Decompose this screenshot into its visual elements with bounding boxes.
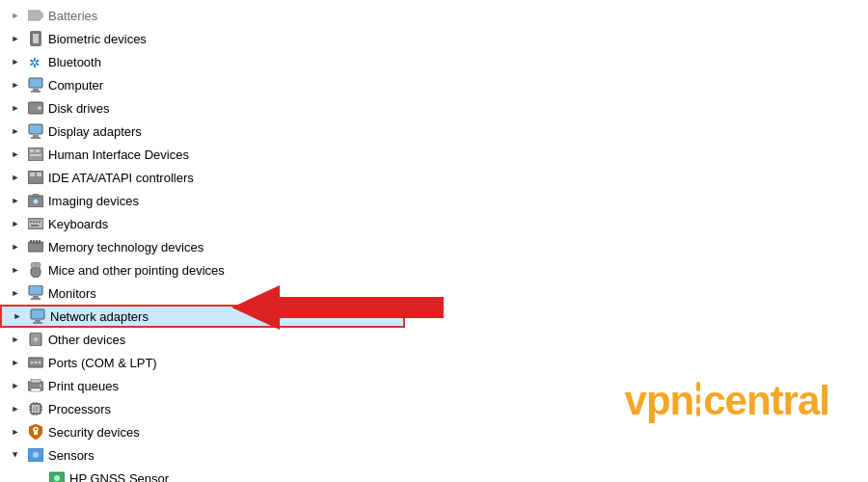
tree-item-processors[interactable]: ► Processors xyxy=(0,397,405,420)
svg-rect-40 xyxy=(31,298,41,300)
tree-item-display-adapters[interactable]: ► Display adapters xyxy=(0,120,405,143)
svg-point-45 xyxy=(34,337,38,341)
tree-item-memory[interactable]: ► Memory technology devices xyxy=(0,235,405,258)
svg-rect-61 xyxy=(29,409,31,411)
icon-print-queues xyxy=(27,377,44,394)
display-adapters-label: Display adapters xyxy=(48,124,142,139)
svg-rect-1 xyxy=(41,13,43,18)
svg-rect-26 xyxy=(33,221,35,223)
svg-rect-27 xyxy=(36,221,38,223)
tree-item-hp-gnss[interactable]: HP GNSS Sensor xyxy=(0,467,405,482)
network-adapters-label: Network adapters xyxy=(50,309,149,324)
svg-rect-29 xyxy=(31,225,39,227)
icon-mice xyxy=(27,261,44,279)
chevron-other: ► xyxy=(8,332,23,347)
security-label: Security devices xyxy=(48,425,140,440)
svg-rect-42 xyxy=(35,320,41,322)
icon-hp-gnss xyxy=(48,469,66,482)
hp-gnss-label: HP GNSS Sensor xyxy=(69,471,169,483)
svg-point-47 xyxy=(31,362,34,364)
icon-processors xyxy=(27,400,44,417)
tree-item-ports[interactable]: ► Ports (COM & LPT) xyxy=(0,351,405,374)
tree-item-bluetooth[interactable]: ► ✲ Bluetooth xyxy=(0,50,405,73)
ports-label: Ports (COM & LPT) xyxy=(48,356,157,370)
batteries-label: Batteries xyxy=(48,9,97,23)
tree-item-hid[interactable]: ► Human Interface Devices xyxy=(0,143,405,166)
device-manager-window: ► Batteries ► Biometric devices ► ✲ Blue… xyxy=(0,0,868,482)
icon-other xyxy=(27,331,44,348)
svg-rect-16 xyxy=(30,154,41,156)
tree-item-batteries[interactable]: ► Batteries xyxy=(0,4,405,27)
chevron-network-adapters: ► xyxy=(10,308,25,324)
svg-rect-43 xyxy=(33,322,42,324)
chevron-display-adapters: ► xyxy=(8,123,23,139)
hid-label: Human Interface Devices xyxy=(48,147,189,162)
icon-bluetooth: ✲ xyxy=(27,53,44,70)
svg-rect-62 xyxy=(41,406,42,408)
svg-rect-63 xyxy=(41,409,42,411)
svg-rect-31 xyxy=(30,240,32,244)
tree-item-sensors[interactable]: ► Sensors xyxy=(0,443,405,467)
monitors-label: Monitors xyxy=(48,286,96,301)
icon-ports xyxy=(27,354,44,371)
bluetooth-label: Bluetooth xyxy=(48,55,101,69)
icon-hid xyxy=(27,146,44,163)
svg-rect-18 xyxy=(30,173,35,176)
chevron-computer: ► xyxy=(8,77,23,93)
vpn-text-vpn: vpn xyxy=(625,378,694,424)
svg-point-22 xyxy=(33,199,39,204)
tree-item-network-adapters[interactable]: ► Network adapters xyxy=(0,305,405,328)
tree-item-security[interactable]: ► Security devices xyxy=(0,420,405,443)
svg-point-48 xyxy=(35,362,38,364)
chevron-mice: ► xyxy=(8,262,23,278)
vpn-brand: vpn central xyxy=(625,378,829,424)
print-queues-label: Print queues xyxy=(48,379,119,393)
svg-rect-60 xyxy=(29,406,31,408)
tree-item-disk-drives[interactable]: ► Disk drives xyxy=(0,96,405,120)
keyboards-label: Keyboards xyxy=(48,217,108,231)
svg-rect-28 xyxy=(39,221,41,223)
tree-item-biometric[interactable]: ► Biometric devices xyxy=(0,27,405,50)
memory-label: Memory technology devices xyxy=(48,240,203,254)
svg-rect-39 xyxy=(33,296,39,298)
icon-disk-drives xyxy=(27,99,44,117)
tree-item-keyboards[interactable]: ► Keyboards xyxy=(0,212,405,235)
tree-item-mice[interactable]: ► Mice and other pointing devices xyxy=(0,258,405,281)
tree-item-monitors[interactable]: ► Monitors xyxy=(0,281,405,305)
chevron-print-queues: ► xyxy=(8,378,23,393)
svg-point-67 xyxy=(33,452,39,458)
svg-rect-15 xyxy=(36,149,40,152)
icon-memory xyxy=(27,238,44,255)
tree-item-ide[interactable]: ► IDE ATA/ATAPI controllers xyxy=(0,166,405,189)
icon-imaging xyxy=(27,192,44,209)
chevron-imaging: ► xyxy=(8,193,23,208)
chevron-hp-gnss xyxy=(35,470,44,482)
svg-rect-34 xyxy=(39,240,41,244)
svg-rect-56 xyxy=(33,402,35,404)
svg-rect-51 xyxy=(31,379,41,383)
mice-label: Mice and other pointing devices xyxy=(48,263,225,278)
svg-rect-21 xyxy=(33,194,39,197)
svg-rect-57 xyxy=(36,402,38,404)
svg-text:✲: ✲ xyxy=(29,56,41,69)
icon-security xyxy=(27,423,44,441)
chevron-biometric: ► xyxy=(8,31,23,46)
imaging-label: Imaging devices xyxy=(48,194,139,208)
tree-item-other[interactable]: ► Other devices xyxy=(0,328,405,351)
svg-point-53 xyxy=(40,385,41,387)
svg-rect-5 xyxy=(29,78,42,88)
disk-drives-label: Disk drives xyxy=(48,101,110,116)
chevron-hid: ► xyxy=(8,147,23,162)
svg-point-69 xyxy=(54,475,60,481)
icon-batteries xyxy=(27,7,44,24)
tree-item-print-queues[interactable]: ► Print queues xyxy=(0,374,405,397)
tree-item-imaging[interactable]: ► Imaging devices xyxy=(0,189,405,212)
svg-rect-14 xyxy=(30,149,34,152)
other-label: Other devices xyxy=(48,333,125,347)
tree-item-computer[interactable]: ► Computer xyxy=(0,73,405,96)
svg-rect-32 xyxy=(33,240,35,244)
icon-ide xyxy=(27,169,44,186)
svg-rect-38 xyxy=(29,285,42,295)
svg-rect-55 xyxy=(33,406,39,412)
icon-network-adapters xyxy=(29,308,46,325)
